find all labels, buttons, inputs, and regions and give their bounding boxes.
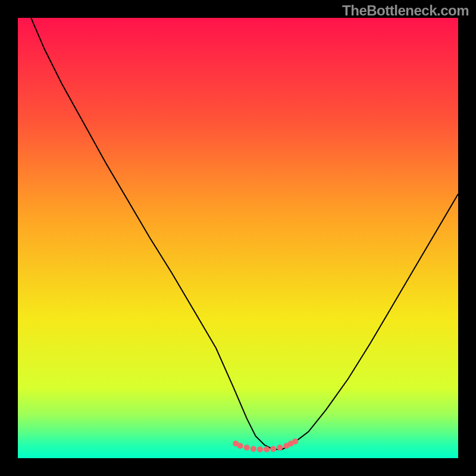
gradient-background (18, 18, 458, 458)
marker-dot (237, 443, 243, 449)
chart-svg (18, 18, 458, 458)
plot-area (18, 18, 458, 458)
marker-dot (257, 446, 263, 452)
marker-dot (270, 446, 276, 452)
marker-dot (250, 446, 256, 452)
watermark-text: TheBottleneck.com (342, 2, 469, 19)
chart-frame: TheBottleneck.com (0, 0, 476, 476)
marker-dot (264, 446, 270, 452)
marker-dot (292, 439, 298, 444)
marker-dot (277, 444, 283, 450)
marker-dot (244, 444, 250, 450)
